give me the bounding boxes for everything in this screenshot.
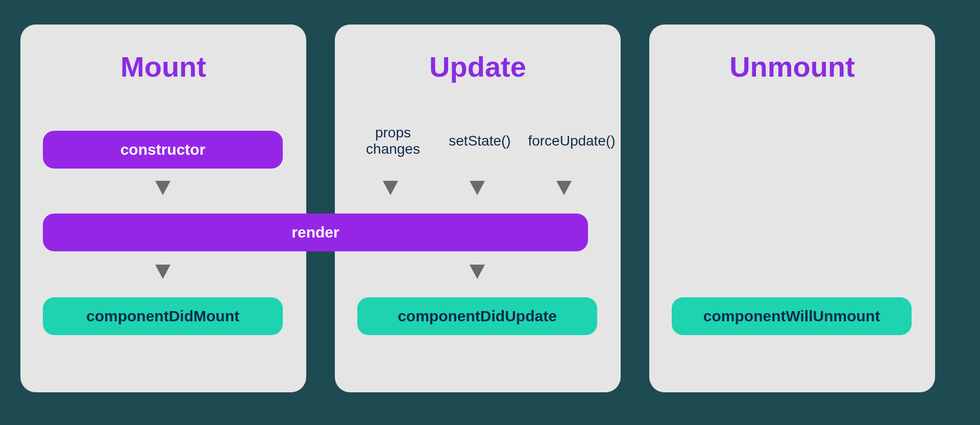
trigger-props-changes: props changes — [357, 125, 429, 157]
arrow-down-icon — [383, 181, 398, 195]
trigger-props-line2: changes — [357, 141, 429, 157]
arrow-down-icon — [470, 181, 485, 195]
panel-title-update: Update — [335, 50, 621, 83]
panel-update: Update — [335, 25, 621, 392]
constructor-label: constructor — [120, 141, 206, 158]
trigger-props-line1: props — [357, 125, 429, 141]
component-did-mount-pill: componentDidMount — [43, 297, 283, 335]
arrow-down-icon — [155, 265, 170, 279]
trigger-forceupdate: forceUpdate() — [521, 133, 623, 149]
panel-title-mount: Mount — [20, 50, 306, 83]
render-label: render — [291, 224, 339, 241]
cdu-label: componentDidUpdate — [398, 308, 557, 325]
component-will-unmount-pill: componentWillUnmount — [672, 297, 912, 335]
panel-title-unmount: Unmount — [649, 50, 935, 83]
render-pill: render — [43, 214, 588, 251]
cdm-label: componentDidMount — [86, 308, 239, 325]
trigger-setstate: setState() — [439, 133, 521, 149]
arrow-down-icon — [155, 181, 170, 195]
arrow-down-icon — [470, 265, 485, 279]
panel-unmount: Unmount — [649, 25, 935, 392]
cwu-label: componentWillUnmount — [703, 308, 880, 325]
constructor-pill: constructor — [43, 131, 283, 169]
arrow-down-icon — [556, 181, 572, 195]
panel-mount: Mount — [20, 25, 306, 392]
lifecycle-diagram: Mount Update Unmount constructor render … — [0, 0, 980, 425]
component-did-update-pill: componentDidUpdate — [357, 297, 597, 335]
